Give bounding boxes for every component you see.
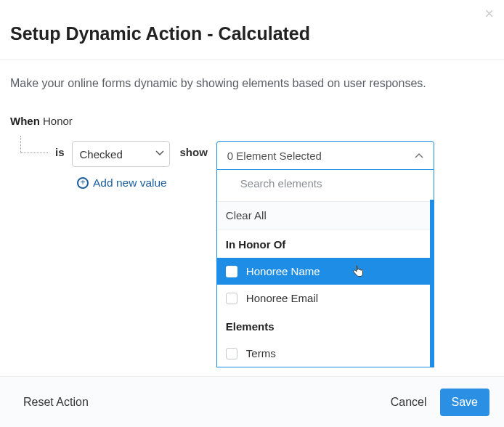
- elements-search-wrap: [217, 170, 434, 202]
- modal-footer: Reset Action Cancel Save: [0, 376, 504, 427]
- elements-dropdown-toggle[interactable]: 0 Element Selected: [216, 141, 434, 170]
- checkbox-icon: [226, 266, 237, 277]
- element-option-label: Honoree Name: [246, 265, 320, 277]
- element-option-honoree-email[interactable]: Honoree Email: [217, 285, 434, 312]
- element-option-label: Honoree Email: [246, 292, 318, 304]
- cursor-hand-icon: [352, 265, 364, 278]
- chevron-up-icon: [415, 152, 423, 158]
- modal-body: Make your online forms dynamic by showin…: [0, 60, 504, 367]
- plus-circle-icon: [77, 177, 89, 189]
- when-row: When Honor: [10, 115, 494, 127]
- add-new-value-button[interactable]: Add new value: [77, 176, 167, 190]
- elements-search-input[interactable]: [240, 173, 426, 194]
- when-field-value: Honor: [43, 115, 73, 127]
- tree-connector: [10, 136, 48, 158]
- save-button[interactable]: Save: [440, 389, 489, 416]
- element-option-honoree-name[interactable]: Honoree Name: [217, 258, 434, 285]
- elements-dropdown: 0 Element Selected Clear All In Honor Of…: [216, 141, 434, 367]
- clear-all-button[interactable]: Clear All: [217, 202, 434, 229]
- is-label: is: [55, 146, 65, 158]
- element-option-label: Terms: [246, 347, 276, 359]
- element-option-terms[interactable]: Terms: [217, 340, 434, 367]
- add-new-value-label: Add new value: [93, 176, 167, 190]
- modal-header: × Setup Dynamic Action - Calculated: [0, 0, 504, 60]
- condition-row: is Checked show 0 Element Selected: [10, 136, 494, 367]
- condition-select[interactable]: Checked: [72, 141, 170, 167]
- checkbox-icon: [226, 293, 237, 304]
- close-icon[interactable]: ×: [484, 6, 494, 22]
- condition-select-wrap: Checked: [72, 141, 170, 167]
- cancel-button[interactable]: Cancel: [391, 396, 427, 409]
- group-heading-in-honor-of: In Honor Of: [217, 229, 434, 258]
- modal-title: Setup Dynamic Action - Calculated: [10, 23, 494, 44]
- show-label: show: [180, 146, 208, 158]
- checkbox-icon: [226, 348, 237, 359]
- footer-right: Cancel Save: [391, 389, 489, 416]
- description-text: Make your online forms dynamic by showin…: [10, 77, 494, 90]
- reset-action-button[interactable]: Reset Action: [23, 396, 89, 409]
- elements-dropdown-panel: Clear All In Honor Of Honoree Name Honor…: [216, 170, 434, 367]
- group-heading-elements: Elements: [217, 312, 434, 340]
- when-label: When: [10, 115, 40, 127]
- elements-dropdown-summary: 0 Element Selected: [227, 150, 322, 162]
